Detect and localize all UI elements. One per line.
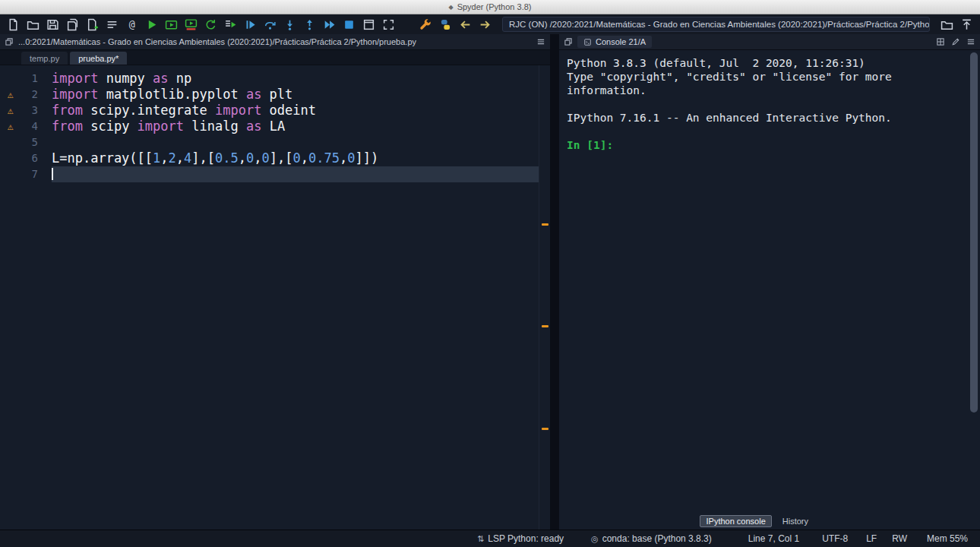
status-line-7-col-1[interactable]: Line 7, Col 1 [748, 533, 799, 544]
code-line-text: L=np.array([[1,2,4],[0.5,0,0],[0,0.75,0]… [52, 150, 539, 166]
step-out-icon[interactable] [301, 16, 318, 33]
status-label: UTF-8 [822, 533, 848, 544]
app-icon: ◆ [449, 4, 454, 11]
status-label: conda: base (Python 3.8.3) [602, 533, 712, 544]
scrollflag-warning-marker [542, 428, 548, 430]
status-lsp-python[interactable]: ⇅LSP Python: ready [477, 533, 564, 544]
status-icon: ⇅ [477, 534, 484, 544]
console-bottom-tabs: IPython consoleHistory [559, 513, 980, 530]
pythonpath-icon[interactable] [437, 16, 454, 33]
warning-icon[interactable]: ⚠ [0, 103, 21, 119]
editor-tab-temp-py[interactable]: temp.py [21, 52, 68, 65]
working-directory-combobox[interactable]: RJC (ON) /2020:2021/Matemáticas - Grado … [502, 17, 930, 32]
debug-icon[interactable] [242, 16, 259, 33]
status-label: LF [866, 533, 877, 544]
editor-options-menu-icon[interactable] [536, 37, 545, 46]
continue-icon[interactable] [321, 16, 338, 33]
breadcrumb: ...0:2021/Matemáticas - Grado en Ciencia… [18, 37, 416, 46]
editor-line: 1import numpy as np [0, 71, 550, 87]
tab-ipython-console[interactable]: IPython console [700, 515, 771, 527]
code-line-text [52, 166, 539, 182]
console-options-menu-icon[interactable] [966, 37, 975, 46]
toolbar-separator [400, 16, 415, 33]
ipython-console[interactable]: Python 3.8.3 (default, Jul 2 2020, 11:26… [559, 50, 980, 513]
run-selection-icon[interactable] [222, 16, 239, 33]
console-tab-label: Console 21/A [596, 37, 646, 46]
console-scrollbar-thumb[interactable] [970, 52, 978, 413]
run-icon[interactable] [143, 16, 160, 33]
line-number: 4 [21, 119, 38, 134]
status-icon: ◎ [591, 534, 599, 544]
editor-pane-header: ...0:2021/Matemáticas - Grado en Ciencia… [0, 34, 550, 50]
symbol-finder-icon[interactable]: @ [123, 16, 141, 33]
status-conda[interactable]: ◎conda: base (Python 3.8.3) [591, 533, 712, 544]
status-mem-55-[interactable]: Mem 55% [927, 533, 968, 544]
console-output-line: Python 3.8.3 (default, Jul 2 2020, 11:26… [567, 56, 963, 70]
forward-icon[interactable] [476, 16, 494, 33]
panes-icon[interactable] [936, 37, 945, 46]
status-rw[interactable]: RW [892, 533, 907, 544]
line-number: 2 [21, 87, 38, 103]
status-label: LSP Python: ready [488, 533, 564, 544]
code-editor[interactable]: 1import numpy as np⚠2import matplotlib.p… [0, 65, 550, 530]
new-window-icon[interactable] [84, 16, 101, 33]
tab-history[interactable]: History [776, 515, 814, 527]
preferences-icon[interactable] [417, 16, 435, 33]
editor-gutter: ⚠4 [0, 119, 44, 134]
edit-pen-icon[interactable] [951, 37, 960, 46]
save-icon[interactable] [44, 16, 62, 33]
console-output-line [567, 125, 963, 138]
save-all-icon[interactable] [64, 16, 81, 33]
line-number: 3 [21, 103, 38, 119]
svg-text:@: @ [129, 18, 135, 30]
pane-splitter[interactable] [550, 34, 559, 530]
status-utf-8[interactable]: UTF-8 [822, 533, 848, 544]
console-output-line: Type "copyright", "credits" or "license"… [567, 70, 963, 84]
console-scrollbar[interactable] [970, 52, 978, 508]
browse-folder-icon[interactable] [938, 16, 956, 33]
file-switcher-icon[interactable] [103, 16, 121, 33]
back-icon[interactable] [457, 16, 474, 33]
editor-line: ⚠2import matplotlib.pyplot as plt [0, 87, 550, 103]
maximize-pane-icon[interactable] [360, 16, 378, 33]
run-cell-advance-icon[interactable] [182, 16, 200, 33]
stop-debug-icon[interactable] [340, 16, 358, 33]
line-number: 5 [21, 134, 38, 150]
editor-line: 6L=np.array([[1,2,4],[0.5,0,0],[0,0.75,0… [0, 150, 550, 166]
code-line-text: import matplotlib.pyplot as plt [52, 87, 539, 103]
step-over-icon[interactable] [261, 16, 279, 33]
undock-pane-icon[interactable] [564, 37, 573, 46]
go-up-icon[interactable] [958, 16, 975, 33]
editor-pane: ...0:2021/Matemáticas - Grado en Ciencia… [0, 34, 550, 530]
run-cell-icon[interactable] [163, 16, 180, 33]
code-line-text: from scipy import linalg as LA [52, 119, 539, 134]
undock-pane-icon[interactable] [5, 37, 14, 46]
statusbar: ⇅LSP Python: ready◎conda: base (Python 3… [0, 530, 980, 547]
warning-icon[interactable]: ⚠ [0, 119, 21, 134]
rerun-cell-icon[interactable] [202, 16, 220, 33]
console-tab[interactable]: Console 21/A [577, 36, 652, 48]
console-output-line: IPython 7.16.1 -- An enhanced Interactiv… [567, 111, 963, 125]
text-cursor [52, 168, 53, 180]
status-label: Line 7, Col 1 [748, 533, 799, 544]
step-into-icon[interactable] [281, 16, 299, 33]
console-output-line [567, 97, 963, 111]
warning-icon[interactable]: ⚠ [0, 87, 21, 103]
ipython-prompt: In [1]: [567, 139, 613, 151]
status-label: RW [892, 533, 907, 544]
console-pane: Console 21/A Python 3.8.3 (default, Jul … [559, 34, 980, 530]
open-folder-icon[interactable] [24, 16, 42, 33]
window-title: Spyder (Python 3.8) [457, 2, 532, 11]
fullscreen-icon[interactable] [380, 16, 397, 33]
status-label: Mem 55% [927, 533, 968, 544]
editor-scrollflag-area[interactable] [539, 65, 550, 530]
new-file-icon[interactable] [5, 16, 22, 33]
terminal-icon [583, 38, 592, 46]
line-number: 1 [21, 71, 38, 87]
console-output-line: information. [567, 84, 963, 97]
status-lf[interactable]: LF [866, 533, 877, 544]
code-line-text: from scipy.integrate import odeint [52, 103, 539, 119]
line-number: 7 [21, 166, 38, 182]
editor-tab-prueba-py-[interactable]: prueba.py* [70, 52, 127, 65]
editor-gutter: ⚠3 [0, 103, 44, 119]
